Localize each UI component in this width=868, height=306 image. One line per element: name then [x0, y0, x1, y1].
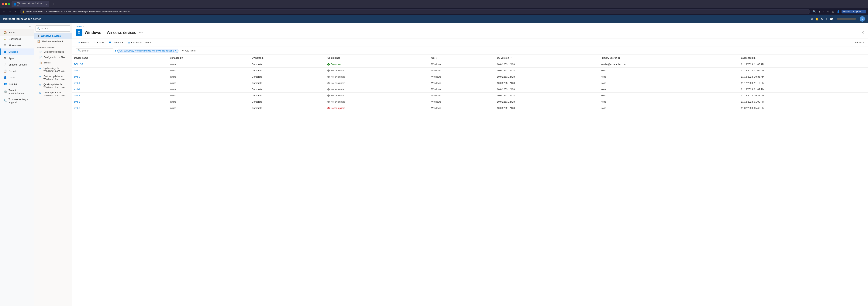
cell-device-name: DELLSR — [72, 61, 167, 67]
table-row[interactable]: avd-2IntuneCorporate–Not evaluatedWindow… — [72, 92, 868, 99]
table-row[interactable]: avd-3IntuneCorporate✕NoncompliantWindows… — [72, 105, 868, 111]
subnav-item-windows-enrollment[interactable]: 📋 Windows enrollment — [34, 38, 72, 44]
tab-close-icon[interactable]: ✕ — [45, 3, 47, 5]
columns-button[interactable]: ☰ Columns ▾ — [106, 40, 125, 45]
page-close-button[interactable]: ✕ — [861, 30, 864, 35]
os-version-filter-icon[interactable]: ▼ — [510, 57, 512, 59]
active-tab[interactable]: Windows - Microsoft Intune a... ✕ — [11, 1, 49, 7]
sidebar-item-users[interactable]: 👤 Users — [0, 74, 34, 81]
sidebar-item-all-services[interactable]: ☰ All services — [0, 42, 34, 49]
bell-icon[interactable]: 🔔 — [815, 17, 819, 21]
profile-icon[interactable]: 👤 — [836, 10, 841, 13]
browser-nav-bar: ← → ↻ 🔒 intune.microsoft.com/#view/Micro… — [0, 8, 868, 15]
table-row[interactable]: avd-0IntuneCorporate–Not evaluatedWindow… — [72, 74, 868, 80]
export-button[interactable]: ⬇ Export — [92, 40, 106, 45]
filter-search-box[interactable]: 🔍 — [75, 48, 114, 53]
all-services-icon: ☰ — [4, 44, 7, 47]
table-row[interactable]: avd-1IntuneCorporate–Not evaluatedWindow… — [72, 80, 868, 86]
table-row[interactable]: avd-0IntuneCorporate–Not evaluatedWindow… — [72, 67, 868, 74]
page-icon: 🖥 — [75, 29, 83, 36]
close-window-button[interactable] — [2, 3, 4, 5]
sidebar-item-dashboard[interactable]: 📊 Dashboard — [0, 36, 34, 42]
os-filter-icon[interactable]: ▼ — [436, 57, 438, 59]
config-profile-icon: 📄 — [39, 56, 42, 59]
column-last-check-in[interactable]: Last check-in — [739, 55, 868, 61]
table-row[interactable]: avd-1IntuneCorporate–Not evaluatedWindow… — [72, 86, 868, 92]
subnav-scripts[interactable]: 📋 Scripts — [34, 60, 72, 66]
breadcrumb-home-link[interactable]: Home — [75, 25, 82, 28]
device-name-link[interactable]: avd-1 — [74, 82, 80, 84]
os-filter-close-icon[interactable]: ✕ — [175, 50, 176, 52]
column-ownership[interactable]: Ownership — [249, 55, 325, 61]
address-bar[interactable]: 🔒 intune.microsoft.com/#view/Microsoft_I… — [20, 9, 810, 14]
content-area: 🔍 » 🖥 Windows devices 📋 Windows enrollme… — [34, 23, 868, 306]
subnav-update-rings[interactable]: ⊞ Update rings for Windows 10 and later — [34, 66, 72, 74]
column-managed-by[interactable]: Managed by — [167, 55, 249, 61]
minimize-window-button[interactable] — [5, 3, 7, 5]
cell-managed-by: Intune — [167, 61, 249, 67]
subnav-driver-updates[interactable]: ⊞ Driver updates for Windows 10 and late… — [34, 90, 72, 98]
column-device-name[interactable]: Device name ↑ — [72, 55, 167, 61]
device-name-link[interactable]: DELLSR — [74, 63, 83, 66]
refresh-button[interactable]: ↻ Refresh — [75, 40, 91, 45]
sidebar-item-reports[interactable]: 📋 Reports — [0, 68, 34, 74]
sidebar-item-apps[interactable]: ⊞ Apps — [0, 55, 34, 61]
device-name-link[interactable]: avd-3 — [74, 107, 80, 109]
sidebar-item-troubleshooting[interactable]: 🔧 Troubleshooting + support — [0, 96, 34, 105]
sidebar-item-devices[interactable]: 🖥 Devices — [0, 49, 34, 55]
monitor-icon[interactable]: 🖥 — [810, 18, 813, 21]
subnav-compliance-policies[interactable]: 📄 Compliance policies — [34, 49, 72, 55]
not-evaluated-icon: – — [328, 82, 330, 84]
search-icon[interactable]: 🔍 — [812, 10, 817, 13]
filter-info-icon[interactable]: ℹ — [115, 49, 116, 52]
filter-search-input[interactable] — [82, 49, 110, 52]
help-icon[interactable]: ? — [826, 18, 827, 21]
page-header: 🖥 Windows | Windows devices ••• ✕ — [72, 28, 868, 38]
column-compliance[interactable]: Compliance — [325, 55, 429, 61]
os-filter-badge[interactable]: OS: Windows, Windows Mobile, Windows Hol… — [117, 49, 179, 53]
column-primary-user-upn[interactable]: Primary user UPN — [598, 55, 739, 61]
device-name-link[interactable]: avd-1 — [74, 88, 80, 91]
reload-button[interactable]: ↻ — [14, 10, 18, 13]
column-os-version[interactable]: OS version ▼ — [495, 55, 598, 61]
page-more-button[interactable]: ••• — [138, 30, 144, 35]
subnav-feature-updates[interactable]: ⊞ Feature updates for Windows 10 and lat… — [34, 74, 72, 82]
feedback-icon[interactable]: 💬 — [830, 17, 833, 21]
subnav-quality-updates[interactable]: ⊞ Quality updates for Windows 10 and lat… — [34, 82, 72, 90]
settings-icon[interactable]: ⚙ — [821, 17, 824, 21]
avatar[interactable]: U — [860, 16, 865, 22]
cell-device-name: avd-2 — [72, 92, 167, 99]
bulk-actions-button[interactable]: ⊞ Bulk device actions — [126, 40, 153, 45]
device-name-link[interactable]: avd-0 — [74, 76, 80, 78]
cell-device-name: avd-0 — [72, 74, 167, 80]
policy-label: Configuration profiles — [44, 56, 65, 59]
sidebar-item-groups[interactable]: 👥 Groups — [0, 81, 34, 87]
maximize-window-button[interactable] — [8, 3, 10, 5]
share-icon[interactable]: ↑ — [822, 10, 826, 13]
sidebar-item-tenant-admin[interactable]: 🏢 Tenant administration — [0, 87, 34, 96]
sidebar-item-endpoint-security[interactable]: 🛡 Endpoint security — [0, 61, 34, 68]
bookmark-icon[interactable]: ☆ — [826, 10, 830, 13]
back-button[interactable]: ← — [2, 10, 6, 13]
extensions-icon[interactable]: ⊞ — [831, 10, 835, 13]
device-name-link[interactable]: avd-2 — [74, 101, 80, 103]
download-icon[interactable]: ⬇ — [817, 10, 822, 13]
forward-button[interactable]: → — [8, 10, 12, 13]
add-filters-button[interactable]: ▼ Add filters — [180, 49, 197, 53]
device-name-link[interactable]: avd-2 — [74, 94, 80, 97]
relaunch-button[interactable]: Relaunch to update ⋮ — [841, 10, 866, 13]
policy-label: Quality updates for Windows 10 and later — [43, 83, 69, 89]
table-row[interactable]: DELLSRIntuneCorporate✓CompliantWindows10… — [72, 61, 868, 67]
sidebar-collapse-button[interactable]: « — [0, 23, 34, 29]
sub-nav-search-input[interactable] — [41, 27, 69, 30]
new-tab-button[interactable]: + — [51, 2, 56, 7]
table-row[interactable]: avd-2IntuneCorporate–Not evaluatedWindow… — [72, 99, 868, 105]
device-name-link[interactable]: avd-0 — [74, 69, 80, 72]
column-os[interactable]: OS ▼ — [429, 55, 495, 61]
cell-os: Windows — [429, 67, 495, 74]
sub-nav-search[interactable]: 🔍 » — [35, 25, 70, 32]
subnav-config-profiles[interactable]: 📄 Configuration profiles — [34, 55, 72, 60]
subnav-item-windows-devices[interactable]: 🖥 Windows devices — [34, 33, 72, 38]
column-label: Device name — [74, 57, 88, 59]
sidebar-item-home[interactable]: 🏠 Home — [0, 29, 34, 36]
